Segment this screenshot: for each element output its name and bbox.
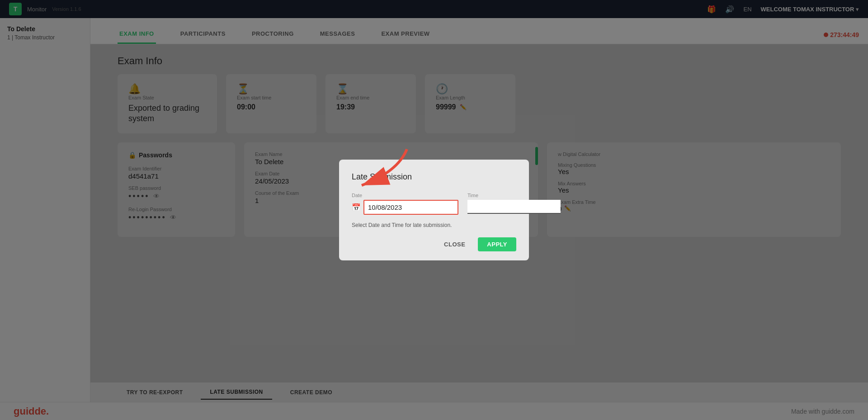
modal-date-field: Date 📅 [352,193,458,215]
modal-apply-button[interactable]: APPLY [478,237,516,251]
modal-hint: Select Date and Time for late submission… [352,222,516,228]
modal-overlay: Late Submission Date 📅 Time Select Date … [0,0,868,420]
modal-time-input[interactable] [467,200,561,214]
modal-time-label: Time [467,193,561,198]
modal-date-label: Date [352,193,458,198]
modal-actions: CLOSE APPLY [352,237,516,251]
modal-fields: Date 📅 Time [352,193,516,215]
modal-time-field: Time [467,193,561,215]
modal-close-button[interactable]: CLOSE [437,237,472,251]
late-submission-modal: Late Submission Date 📅 Time Select Date … [339,160,529,260]
modal-date-input-wrap: 📅 [352,200,458,215]
modal-title: Late Submission [352,172,516,182]
calendar-icon: 📅 [352,203,361,212]
modal-date-input[interactable] [363,200,458,215]
modal-time-input-wrap [467,200,561,214]
